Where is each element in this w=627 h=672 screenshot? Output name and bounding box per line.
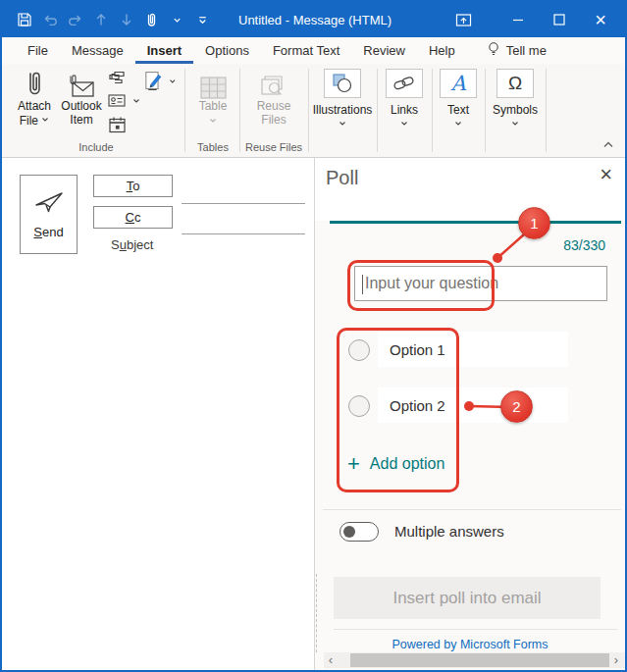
signature-pen-icon <box>143 68 177 93</box>
option-2-radio[interactable] <box>348 395 370 417</box>
group-text[interactable]: A Text <box>434 64 483 156</box>
omega-icon: Ω <box>496 69 534 98</box>
group-separator <box>308 69 309 152</box>
scroll-left-icon[interactable]: ‹ <box>324 652 338 668</box>
outline-bars-icon[interactable] <box>108 66 143 89</box>
horizontal-scrollbar[interactable]: ‹ › <box>324 652 625 668</box>
symbols-label: Symbols <box>487 103 544 117</box>
table-grid-icon <box>188 68 237 99</box>
collapse-ribbon-icon[interactable] <box>601 137 615 152</box>
scroll-right-icon[interactable]: › <box>609 652 623 668</box>
poll-pane: Poll × 83/330 + Add option Multiple answ… <box>315 158 625 670</box>
option-2-input[interactable] <box>378 388 568 423</box>
chevron-down-icon <box>487 120 544 128</box>
chevron-down-icon[interactable] <box>169 12 185 28</box>
teal-divider <box>330 221 621 224</box>
send-button[interactable]: Send <box>20 175 78 254</box>
attach-file-label-1: Attach <box>10 99 59 113</box>
chevron-down-icon <box>41 113 49 127</box>
attach-file-button[interactable]: Attach File <box>10 68 59 128</box>
group-label-reuse-files: Reuse Files <box>243 141 304 153</box>
group-label-include: Include <box>10 141 183 153</box>
group-separator <box>184 69 185 152</box>
tab-file[interactable]: File <box>16 37 60 64</box>
text-label: Text <box>434 103 483 117</box>
character-counter: 83/330 <box>563 237 605 253</box>
arrow-down-icon[interactable] <box>118 12 134 28</box>
outlook-item-label-1: Outlook <box>57 99 106 113</box>
tab-format-text[interactable]: Format Text <box>261 37 351 64</box>
close-window-icon[interactable]: × <box>592 11 609 28</box>
redo-icon[interactable] <box>67 12 83 28</box>
include-small-buttons <box>108 66 143 136</box>
illustrations-label: Illustrations <box>310 103 375 117</box>
section-divider <box>334 629 617 630</box>
cc-button[interactable]: Cc <box>93 206 173 229</box>
tab-help[interactable]: Help <box>417 37 467 64</box>
poll-pane-title: Poll <box>326 167 358 189</box>
save-icon[interactable] <box>16 12 32 28</box>
close-pane-icon[interactable]: × <box>600 164 612 185</box>
chevron-down-icon <box>188 117 237 125</box>
arrow-up-icon[interactable] <box>92 12 109 28</box>
option-1-input[interactable] <box>378 332 568 367</box>
callout-2-badge: 2 <box>500 390 533 423</box>
illustrations-icon <box>324 69 361 98</box>
poll-pane-header <box>315 158 625 221</box>
chevron-down-icon <box>379 120 430 128</box>
tab-insert[interactable]: Insert <box>135 37 193 64</box>
tell-me-box[interactable]: Tell me <box>477 37 556 64</box>
tab-message[interactable]: Message <box>60 37 135 64</box>
group-tables: Table Tables <box>188 64 237 156</box>
cc-field-line[interactable] <box>182 233 305 234</box>
scrollbar-thumb[interactable] <box>350 653 609 667</box>
callout-1-badge: 1 <box>518 207 550 239</box>
pane-resize-handle[interactable] <box>316 574 317 652</box>
question-input[interactable] <box>355 267 606 300</box>
tab-options[interactable]: Options <box>193 37 261 64</box>
to-field-line[interactable] <box>182 203 305 204</box>
signature-button[interactable] <box>143 68 177 93</box>
calendar-icon[interactable] <box>108 113 143 136</box>
powered-by-link[interactable]: Powered by Microsoft Forms <box>315 638 625 651</box>
multiple-answers-label: Multiple answers <box>394 523 504 540</box>
send-plane-icon <box>33 190 65 217</box>
quick-access-toolbar <box>16 12 211 28</box>
undo-icon[interactable] <box>41 12 58 28</box>
multiple-answers-toggle[interactable] <box>340 522 379 542</box>
group-symbols[interactable]: Ω Symbols <box>487 64 544 156</box>
minimize-icon[interactable] <box>509 11 527 28</box>
option-1-radio[interactable] <box>348 339 370 361</box>
question-input-wrapper <box>354 266 607 301</box>
outlook-message-window: Untitled - Message (HTML) × File Message… <box>0 0 627 672</box>
group-illustrations[interactable]: Illustrations <box>310 64 375 156</box>
maximize-icon[interactable] <box>550 11 568 28</box>
group-separator <box>432 69 433 152</box>
plus-icon: + <box>347 454 360 474</box>
customize-qat-icon[interactable] <box>194 12 211 28</box>
group-reuse-files: Reuse Files Reuse Files <box>243 64 304 156</box>
window-controls: × <box>454 11 615 28</box>
insert-poll-button[interactable]: Insert poll into email <box>334 577 601 619</box>
add-option-button[interactable]: + Add option <box>347 454 444 474</box>
to-button[interactable]: To <box>93 175 173 197</box>
tell-me-label: Tell me <box>506 43 547 58</box>
table-button[interactable]: Table <box>188 68 237 125</box>
reuse-files-label-1: Reuse <box>249 99 298 113</box>
envelope-paperclip-icon <box>57 68 106 99</box>
outlook-item-button[interactable]: Outlook Item <box>57 68 106 127</box>
popout-icon[interactable] <box>454 11 472 28</box>
group-separator <box>239 69 240 152</box>
business-card-icon[interactable] <box>108 89 143 113</box>
reuse-files-button[interactable]: Reuse Files <box>249 68 298 127</box>
title-bar: Untitled - Message (HTML) × <box>2 2 625 37</box>
tab-review[interactable]: Review <box>351 37 417 64</box>
table-label: Table <box>188 99 237 113</box>
section-divider <box>323 509 621 510</box>
attach-qat-icon[interactable] <box>143 12 160 28</box>
compose-area: Send To Cc Subject <box>2 158 314 670</box>
subject-label: Subject <box>111 237 153 252</box>
group-links[interactable]: Links <box>379 64 430 156</box>
reuse-files-label-2: Files <box>249 113 298 127</box>
group-separator <box>377 69 378 152</box>
